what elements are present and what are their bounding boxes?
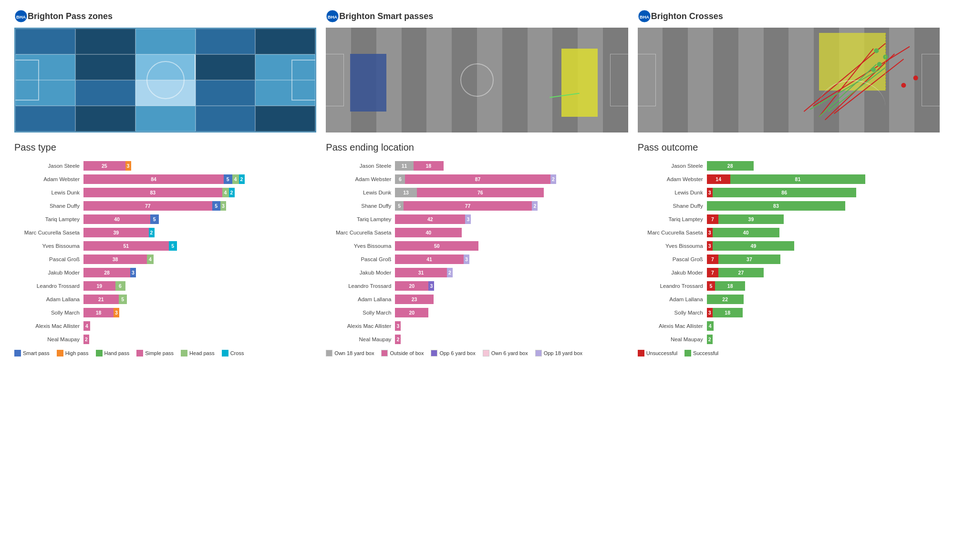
bar-segment: 28 [83,268,130,277]
bar-area: 183 [83,308,316,317]
bar-value: 4 [85,323,88,329]
sp-stripe [426,28,452,132]
legend-color [483,350,489,356]
bar-label: Pascal Groß [638,256,707,262]
bar-value: 27 [738,270,744,275]
bar-segment: 86 [713,188,856,197]
bar-area: 196 [83,281,316,291]
bar-area: 405 [83,214,316,224]
legend-label: Opp 6 yard box [439,350,475,356]
bar-label: Jakub Moder [638,270,707,275]
bar-label: Adam Lallana [638,296,707,302]
bar-value: 19 [96,283,102,289]
bar-area: 727 [707,268,940,277]
bar-label: Adam Webster [14,176,83,182]
bar-area: 22 [707,295,940,304]
bar-row: Pascal Groß384 [14,254,316,265]
bar-value: 87 [475,176,481,182]
legend-color [684,350,691,356]
bar-value: 39 [748,216,754,222]
sp-blue-zone [350,54,386,112]
bar-row: Pascal Groß737 [638,254,940,265]
bar-value: 4 [149,256,152,262]
bar-label: Tariq Lamptey [326,216,395,222]
bar-value: 3 [708,190,711,195]
bar-segment: 5 [150,214,159,224]
bar-value: 18 [425,163,431,169]
pass-outcome-title: Pass outcome [638,142,940,153]
bar-segment: 2 [229,188,235,197]
bar-row: Shane Duffy83 [638,200,940,212]
legend-item: Hand pass [96,350,130,356]
pitch-center-circle [146,61,185,99]
bar-segment: 2 [239,174,245,184]
smart-passes-section: BHA Brighton Smart passes [321,10,633,132]
bar-value: 14 [716,176,721,182]
bar-row: Lewis Dunk386 [638,187,940,198]
svg-point-16 [877,62,881,67]
bar-label: Adam Webster [326,176,395,182]
legend-color [136,350,143,356]
bar-value: 49 [751,243,757,249]
bar-label: Leandro Trossard [14,283,83,289]
bar-label: Neal Maupay [14,336,83,342]
pz-cell [255,106,315,132]
legend-item: Opp 18 yard box [535,350,582,356]
bar-segment: 40 [83,214,150,224]
smart-passes-title: BHA Brighton Smart passes [326,10,628,23]
pass-type-legend: Smart passHigh passHand passSimple passH… [14,350,316,356]
bar-segment: 27 [718,268,764,277]
bar-row: Neal Maupay2 [14,334,316,345]
bar-value: 3 [115,310,118,316]
bar-row: Neal Maupay2 [638,334,940,345]
bar-row: Shane Duffy5772 [326,200,628,212]
bar-row: Adam Lallana215 [14,294,316,305]
bar-label: Alexis Mac Allister [326,323,395,329]
bar-area: 384 [83,255,316,264]
main-container: BHA Brighton Pass zones [0,0,954,366]
brighton-logo-1: BHA [14,10,28,23]
bar-area: 4 [707,321,940,331]
legend-item: Opp 6 yard box [431,350,475,356]
pz-cell [15,29,75,54]
bar-segment: 25 [83,161,125,171]
bar-row: Alexis Mac Allister3 [326,320,628,332]
legend-color [181,350,187,356]
bar-label: Adam Lallana [326,296,395,302]
bar-segment: 3 [707,228,713,237]
bar-area: 4 [83,321,316,331]
bar-segment: 31 [395,268,447,277]
pass-zones-label: Brighton Pass zones [28,11,113,21]
legend-color [222,350,228,356]
bar-segment: 3 [464,255,469,264]
bar-value: 5 [121,296,124,302]
bar-row: Jakub Moder283 [14,267,316,278]
bar-row: Yves Bissouma50 [326,240,628,252]
bar-value: 38 [113,256,118,262]
pz-cell [75,80,135,106]
bar-area: 423 [395,214,628,224]
bar-segment: 77 [83,201,212,211]
bar-row: Adam Lallana22 [638,294,940,305]
bar-value: 28 [104,270,110,275]
legend-color [326,350,332,356]
brighton-logo-3: BHA [638,10,651,23]
bar-row: Pascal Groß413 [326,254,628,265]
bar-value: 18 [96,310,102,316]
legend-label: Head pass [189,350,215,356]
bar-label: Jakub Moder [326,270,395,275]
bar-value: 23 [412,296,417,302]
bar-segment: 5 [707,281,716,291]
bar-label: Yves Bissouma [326,243,395,249]
bar-value: 3 [127,163,130,169]
bar-value: 40 [114,216,120,222]
legend-color [14,350,21,356]
bar-area: 392 [83,228,316,237]
svg-point-19 [913,76,918,81]
bar-segment: 2 [707,335,713,344]
pz-cell [196,29,256,54]
bar-area: 20 [395,308,628,317]
pass-type-section: Pass type Jason Steele253Adam Webster845… [10,142,321,356]
bar-value: 81 [795,176,801,182]
legend-label: Opp 18 yard box [544,350,582,356]
